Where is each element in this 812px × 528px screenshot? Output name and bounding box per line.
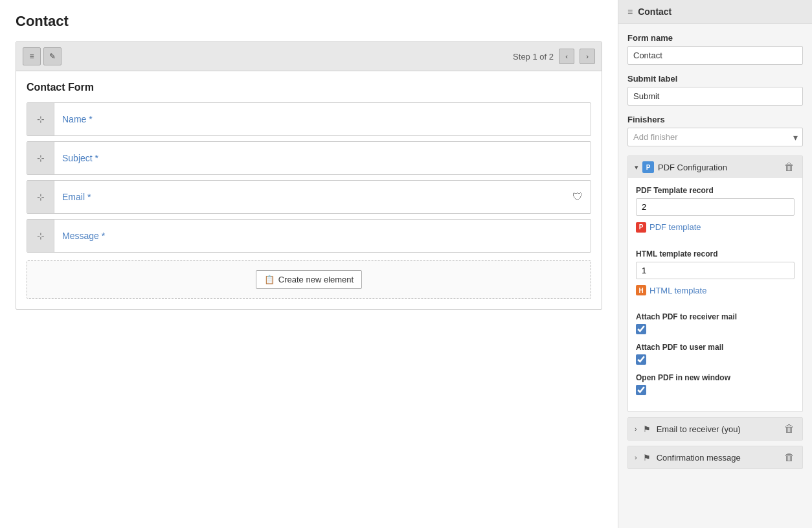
html-template-record-label: HTML template record: [636, 249, 795, 258]
create-element-area: 📋 Create new element: [27, 260, 591, 299]
field-label-subject: Subject *: [62, 153, 98, 163]
create-element-label: Create new element: [278, 275, 354, 284]
toolbar-icon1-button[interactable]: ≡: [23, 47, 41, 65]
drag-handle-icon: ⊹: [37, 153, 45, 163]
attach-receiver-checkbox[interactable]: [636, 324, 646, 334]
field-handle-email[interactable]: ⊹: [27, 181, 54, 213]
form-field-row[interactable]: ⊹ Name *: [27, 102, 591, 136]
field-content-email: Email * 🛡: [54, 181, 591, 213]
email-receiver-section: › ⚑ Email to receiver (you) 🗑: [627, 417, 803, 441]
form-body: Contact Form ⊹ Name * ⊹ Subj: [16, 71, 602, 309]
shield-icon: 🛡: [572, 191, 583, 203]
html-template-button-label: HTML template: [649, 286, 706, 295]
form-name-label: Form name: [627, 33, 803, 43]
panel-header-title: Contact: [638, 6, 671, 17]
field-label-name: Name *: [62, 114, 93, 124]
add-finisher-select[interactable]: Add finisher: [627, 128, 803, 146]
create-element-icon: 📋: [264, 275, 275, 284]
create-new-element-button[interactable]: 📋 Create new element: [256, 270, 362, 289]
drag-handle-icon: ⊹: [37, 114, 45, 124]
drag-handle-icon: ⊹: [37, 231, 45, 241]
field-content-name: Name *: [54, 103, 591, 135]
form-toolbar: ≡ ✎ Step 1 of 2 ‹ ›: [16, 42, 602, 71]
list-icon: ≡: [29, 52, 34, 61]
finishers-label: Finishers: [627, 115, 803, 124]
field-handle-message[interactable]: ⊹: [27, 220, 54, 252]
email-receiver-name: Email to receiver (you): [657, 424, 741, 434]
email-receiver-delete-button[interactable]: 🗑: [783, 424, 796, 434]
form-container: ≡ ✎ Step 1 of 2 ‹ ›: [16, 41, 602, 310]
prev-arrow-icon: ‹: [565, 52, 568, 60]
step-nav: Step 1 of 2 ‹ ›: [513, 49, 595, 64]
submit-label-group: Submit label: [627, 74, 803, 106]
field-content-subject: Subject *: [54, 142, 591, 174]
attach-receiver-group: Attach PDF to receiver mail: [636, 312, 795, 336]
right-panel-header: ≡ Contact: [618, 0, 812, 24]
field-label-email: Email *: [62, 192, 91, 202]
form-name-input[interactable]: [627, 46, 803, 65]
pdf-template-button[interactable]: P PDF template: [636, 222, 701, 233]
next-step-button[interactable]: ›: [580, 49, 595, 64]
confirmation-message-delete-button[interactable]: 🗑: [783, 452, 796, 463]
email-flag-icon: ⚑: [641, 423, 653, 435]
pdf-template-record-input[interactable]: [636, 198, 795, 216]
left-panel: Contact ≡ ✎ Step 1 of 2 ‹: [0, 0, 618, 528]
submit-label-label: Submit label: [627, 74, 803, 84]
field-label-message: Message *: [62, 231, 105, 241]
pdf-config-section: ▾ P PDF Configuration 🗑 PDF Template rec…: [627, 155, 803, 412]
submit-label-input[interactable]: [627, 87, 803, 106]
field-content-message: Message *: [54, 220, 591, 252]
pdf-template-record-group: PDF Template record P PDF template: [636, 186, 795, 240]
collapse-icon: ▾: [635, 163, 638, 172]
html-template-record-input[interactable]: [636, 262, 795, 279]
add-finisher-wrapper: Add finisher ▾: [627, 128, 803, 146]
toolbar-icon2-button[interactable]: ✎: [43, 47, 62, 65]
attach-receiver-label: Attach PDF to receiver mail: [636, 312, 795, 321]
form-field-row[interactable]: ⊹ Message *: [27, 219, 591, 253]
attach-user-checkbox[interactable]: [636, 354, 646, 365]
confirmation-message-header-left: › ⚑ Confirmation message: [635, 452, 741, 463]
pdf-config-header[interactable]: ▾ P PDF Configuration 🗑: [628, 156, 802, 178]
drag-handle-icon: ⊹: [37, 192, 45, 202]
step-label: Step 1 of 2: [513, 52, 554, 62]
form-name-group: Form name: [627, 33, 803, 65]
confirmation-flag-icon: ⚑: [641, 452, 653, 463]
form-title: Contact Form: [27, 82, 591, 93]
attach-user-label: Attach PDF to user mail: [636, 343, 795, 352]
prev-step-button[interactable]: ‹: [559, 49, 574, 64]
form-field-row[interactable]: ⊹ Subject *: [27, 141, 591, 175]
pdf-config-header-left: ▾ P PDF Configuration: [635, 161, 727, 173]
finishers-group: Finishers Add finisher ▾: [627, 115, 803, 146]
right-panel-body: Form name Submit label Finishers Add fin…: [618, 24, 812, 483]
expand-icon: ›: [635, 453, 637, 461]
html-template-button[interactable]: H HTML template: [636, 285, 706, 295]
toolbar-left: ≡ ✎: [23, 47, 62, 65]
pdf-template-record-label: PDF Template record: [636, 186, 795, 195]
html-icon: H: [636, 285, 646, 295]
pdf-config-body: PDF Template record P PDF template HTML …: [628, 178, 802, 411]
panel-header-icon: ≡: [627, 6, 633, 17]
open-new-window-group: Open PDF in new window: [636, 373, 795, 397]
pdf-config-name: PDF Configuration: [658, 163, 727, 172]
pdf-icon: P: [636, 222, 646, 233]
expand-icon: ›: [635, 425, 637, 433]
right-panel: ≡ Contact Form name Submit label Finishe…: [618, 0, 812, 528]
attach-user-group: Attach PDF to user mail: [636, 343, 795, 367]
form-field-row[interactable]: ⊹ Email * 🛡: [27, 180, 591, 214]
confirmation-message-section: › ⚑ Confirmation message 🗑: [627, 446, 803, 469]
email-receiver-header-left: › ⚑ Email to receiver (you): [635, 423, 741, 435]
field-handle-name[interactable]: ⊹: [27, 103, 54, 135]
email-receiver-header[interactable]: › ⚑ Email to receiver (you) 🗑: [628, 418, 802, 440]
field-handle-subject[interactable]: ⊹: [27, 142, 54, 174]
next-arrow-icon: ›: [586, 52, 589, 60]
pdf-config-icon: P: [642, 161, 654, 173]
html-template-record-group: HTML template record H HTML template: [636, 249, 795, 304]
open-new-window-checkbox[interactable]: [636, 385, 646, 395]
confirmation-message-header[interactable]: › ⚑ Confirmation message 🗑: [628, 446, 802, 468]
edit-icon: ✎: [49, 52, 56, 61]
open-new-window-label: Open PDF in new window: [636, 373, 795, 382]
pdf-template-button-label: PDF template: [649, 222, 701, 232]
pdf-config-delete-button[interactable]: 🗑: [783, 162, 796, 172]
page-title: Contact: [16, 13, 602, 30]
confirmation-message-name: Confirmation message: [657, 453, 741, 463]
